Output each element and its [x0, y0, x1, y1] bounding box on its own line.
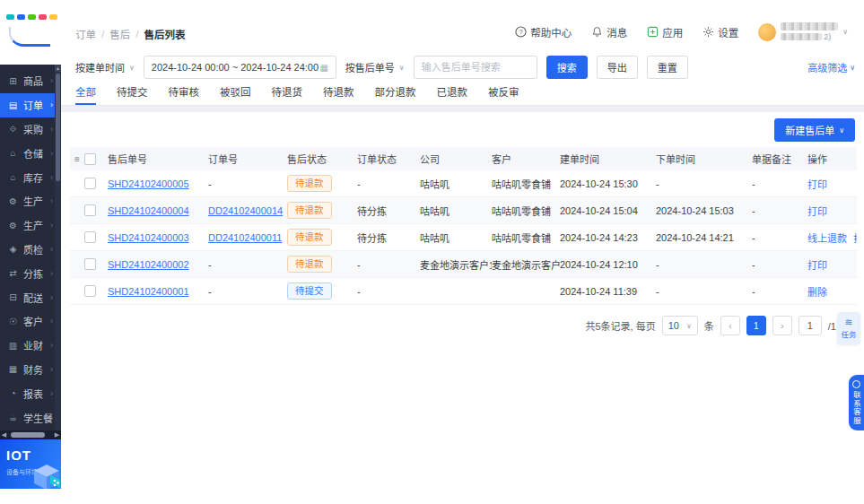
- action-link[interactable]: 打印: [807, 260, 827, 271]
- tab-8[interactable]: 被反审: [488, 84, 519, 105]
- cell-created-time: 2024-10-24 12:10: [560, 259, 656, 270]
- cell-company: 咕咕叽: [420, 177, 492, 191]
- tab-6[interactable]: 部分退款: [375, 84, 416, 105]
- advanced-filter-toggle[interactable]: 高级筛选 ∨: [807, 60, 855, 74]
- contact-service-button[interactable]: 联系客服: [849, 375, 864, 430]
- action-link[interactable]: 打印: [853, 233, 857, 244]
- after-sale-no-link[interactable]: SHD24102400001: [108, 286, 189, 297]
- tab-2[interactable]: 待审核: [169, 84, 200, 105]
- expand-rows-icon[interactable]: ≡: [70, 154, 84, 164]
- sidebar-item[interactable]: ⌂ 仓储 ›: [0, 141, 61, 165]
- cell-after-sale-status: 待退款: [287, 175, 357, 192]
- status-badge: 待提交: [287, 282, 332, 300]
- page-size-select[interactable]: 10 ∨: [662, 316, 698, 335]
- messages-button[interactable]: 消息: [591, 25, 627, 39]
- sidebar-item[interactable]: ⚙ 生产 ›: [0, 189, 61, 213]
- row-checkbox[interactable]: [84, 178, 96, 189]
- action-link[interactable]: 线上退款: [807, 233, 847, 244]
- row-checkbox[interactable]: [84, 285, 96, 297]
- after-sale-no-link[interactable]: SHD24102400005: [108, 178, 189, 189]
- sidebar-item[interactable]: ◔ 报表 ›: [0, 381, 61, 405]
- table-body: SHD24102400005 - 待退款 - 咕咕叽 咕咕叽零食铺 2024-1…: [70, 170, 857, 305]
- page-jump-input[interactable]: [799, 316, 822, 335]
- chevron-right-icon: ›: [50, 317, 53, 326]
- column-header: 售后状态: [287, 152, 357, 166]
- breadcrumb-current: 售后列表: [144, 27, 185, 41]
- tab-3[interactable]: 被驳回: [220, 84, 251, 105]
- breadcrumb-after-sale[interactable]: 售后: [109, 27, 130, 41]
- sidebar-item[interactable]: ☉ 客户 ›: [0, 309, 61, 334]
- user-suffix: 2): [824, 32, 831, 41]
- row-checkbox[interactable]: [84, 204, 96, 216]
- tab-7[interactable]: 已退款: [437, 84, 468, 105]
- cell-customer: 咕咕叽零食铺: [492, 177, 560, 191]
- column-header: 下单时间: [656, 152, 752, 166]
- order-no-link[interactable]: DD24102400014: [208, 205, 283, 216]
- help-center-button[interactable]: ? 帮助中心: [515, 25, 572, 39]
- sidebar-vertical-scrollbar[interactable]: ▲: [55, 65, 61, 430]
- tab-1[interactable]: 待提交: [117, 84, 148, 105]
- order-no-link[interactable]: DD24102400011: [208, 232, 282, 243]
- unit-label: 条: [704, 318, 714, 333]
- logo-swoosh: [9, 27, 50, 47]
- search-input[interactable]: [414, 56, 537, 79]
- sidebar-item[interactable]: ☕ 学生餐 ›: [0, 405, 61, 430]
- create-after-sale-button[interactable]: 新建售后单 ∨: [774, 118, 855, 142]
- sidebar-item[interactable]: ◈ 质检 ›: [0, 238, 61, 262]
- sidebar-item[interactable]: ⊟ 配送 ›: [0, 285, 61, 309]
- sidebar-horizontal-scrollbar[interactable]: ◀ ▶: [0, 430, 61, 439]
- search-field-select[interactable]: 按售后单号 ∨: [345, 60, 405, 74]
- time-field-select[interactable]: 按建单时间 ∨: [75, 60, 135, 74]
- sidebar-item[interactable]: ⌂ 库存 ›: [0, 165, 61, 189]
- cell-order-status: 待分拣: [357, 204, 420, 218]
- apps-button[interactable]: 应用: [647, 25, 683, 39]
- row-checkbox[interactable]: [84, 231, 96, 243]
- sidebar-item[interactable]: ▥ 业财 ›: [0, 334, 61, 358]
- sidebar-item[interactable]: ⚙ 生产 ›: [0, 213, 61, 238]
- user-menu[interactable]: 2) ∨: [758, 22, 848, 41]
- reset-button[interactable]: 重置: [647, 56, 688, 79]
- tab-0[interactable]: 全部: [75, 84, 96, 105]
- action-link[interactable]: 打印: [807, 179, 827, 190]
- breadcrumb-orders[interactable]: 订单: [75, 27, 96, 41]
- search-button[interactable]: 搜索: [546, 56, 588, 79]
- action-link[interactable]: 打印: [807, 206, 827, 217]
- scroll-up-icon[interactable]: ▲: [55, 65, 61, 72]
- iot-banner[interactable]: IOT 设备与环境: [0, 439, 61, 489]
- prev-page-button[interactable]: ‹: [720, 316, 740, 335]
- after-sale-no-link[interactable]: SHD24102400003: [108, 232, 189, 243]
- action-link[interactable]: 删除: [807, 287, 827, 298]
- cell-order-time: -: [656, 259, 752, 270]
- after-sale-no-link[interactable]: SHD24102400002: [108, 259, 189, 270]
- cell-order-status: -: [357, 178, 420, 189]
- after-sale-no-link[interactable]: SHD24102400004: [108, 205, 189, 216]
- sidebar-item[interactable]: ▦ 财务 ›: [0, 358, 61, 382]
- row-checkbox[interactable]: [84, 258, 96, 270]
- table-row: SHD24102400004 DD24102400014 待退款 待分拣 咕咕叽…: [70, 197, 857, 224]
- column-header: 操作: [807, 152, 857, 166]
- scroll-left-icon[interactable]: ◀: [0, 430, 8, 439]
- cell-order-no: -: [208, 178, 287, 189]
- scroll-right-icon[interactable]: ▶: [53, 430, 61, 439]
- sidebar-item[interactable]: ⊞ 商品 ›: [0, 69, 61, 93]
- date-range-input[interactable]: 2024-10-24 00:00 ~ 2024-10-24 24:00 ▦: [144, 56, 336, 79]
- next-page-button[interactable]: ›: [772, 316, 792, 335]
- app-logo: [0, 0, 61, 65]
- cell-after-sale-no: SHD24102400003: [108, 232, 208, 243]
- chevron-right-icon: ›: [50, 196, 53, 205]
- page-1-button[interactable]: 1: [746, 316, 766, 335]
- export-button[interactable]: 导出: [597, 56, 638, 79]
- status-badge: 待退款: [287, 256, 332, 273]
- settings-button[interactable]: 设置: [703, 25, 738, 39]
- tab-4[interactable]: 待退货: [272, 84, 303, 105]
- select-all-checkbox[interactable]: [84, 153, 96, 165]
- sidebar-item[interactable]: ▤ 订单 ›: [0, 93, 61, 117]
- task-float-button[interactable]: ≋ 任务: [837, 312, 860, 344]
- sidebar-item[interactable]: ⟐ 采购 ›: [0, 117, 61, 142]
- horizontal-scrollbar-thumb[interactable]: [11, 432, 45, 438]
- vertical-scrollbar-thumb[interactable]: [56, 74, 60, 181]
- sidebar-item[interactable]: ⇄ 分拣 ›: [0, 261, 61, 285]
- tab-5[interactable]: 待退款: [323, 84, 354, 105]
- purchase-icon: ⟐: [7, 124, 19, 135]
- cell-remark: -: [752, 232, 807, 243]
